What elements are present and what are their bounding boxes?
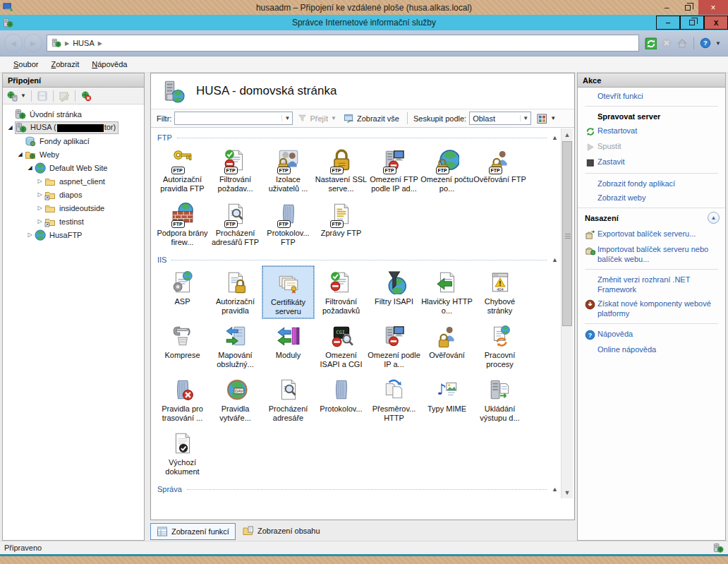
feature-zpravy-ftp[interactable]: FTPZprávy FTP <box>315 197 368 251</box>
collapsed-icon[interactable]: ▷ <box>35 191 44 198</box>
feature-pracovni-procesy[interactable]: Pracovní procesy <box>473 319 526 373</box>
feature-nastaveni-ssl-serve[interactable]: FTPNastavení SSL serve... <box>315 143 368 197</box>
forward-icon[interactable]: ► <box>24 34 42 52</box>
tree-item-husaftp[interactable]: ▷HusaFTP <box>3 228 144 241</box>
tab-zobrazeni-funkci[interactable]: Zobrazení funkcí <box>150 523 236 540</box>
feature-prochazeni-adresaru-ftp[interactable]: FTPProcházení adresářů FTP <box>209 197 262 251</box>
feature-pravidla-vytvare[interactable]: DAVPravidla vytváře... <box>209 373 262 426</box>
feature-pravidla-pro-trasovani[interactable]: Pravidla pro trasování ... <box>156 373 209 426</box>
app-minimize-button[interactable]: – <box>656 16 680 30</box>
feature-item[interactable] <box>315 495 368 498</box>
feature-item[interactable] <box>156 495 209 498</box>
disconnect-icon[interactable] <box>80 90 92 102</box>
scroll-down-icon[interactable]: ▼ <box>562 486 573 498</box>
feature-item[interactable] <box>368 495 420 498</box>
collapsed-icon[interactable]: ▷ <box>25 232 35 238</box>
action-zobrazit-weby[interactable]: Zobrazit weby <box>578 191 725 205</box>
feature-autorizacni-pravidla-ftp[interactable]: FTPAutorizační pravidla FTP <box>156 143 209 197</box>
tree-item-aspnet-client[interactable]: ▷aspnet_client <box>3 174 144 188</box>
breadcrumb-root[interactable]: HUSA <box>73 39 95 47</box>
feature-overovani[interactable]: Ověřování <box>420 319 473 373</box>
rdp-close-button[interactable]: × <box>698 0 728 15</box>
feature-prochazeni-adresare[interactable]: Procházení adresáře <box>262 373 315 426</box>
feature-podpora-brany-firew[interactable]: FTPPodpora brány firew... <box>156 197 209 251</box>
feature-hlavicky-http-o[interactable]: Hlavičky HTTP o... <box>420 265 473 319</box>
tree-item-husa[interactable]: ◢HUSA (tor) <box>3 121 144 134</box>
tree-item-diapos[interactable]: ▷diapos <box>3 188 144 201</box>
collapse-icon[interactable]: ▲ <box>708 212 720 224</box>
rdp-minimize-button[interactable]: – <box>656 0 677 15</box>
action-restartovat[interactable]: Restartovat <box>578 124 725 139</box>
vertical-scrollbar[interactable]: ▲ ▼ <box>561 128 573 498</box>
feature-typy-mime[interactable]: ♪Typy MIME <box>420 373 473 426</box>
action-otevrit-funkci[interactable]: Otevřít funkci <box>578 89 725 103</box>
app-close-button[interactable]: x <box>704 16 728 30</box>
connect-dropdown-icon[interactable]: ▼ <box>20 92 26 99</box>
collapsed-icon[interactable]: ▷ <box>35 178 44 184</box>
scrollbar-thumb[interactable] <box>562 141 572 326</box>
feature-omezeni-ftp-podle-ip-ad[interactable]: FTPOmezení FTP podle IP ad... <box>368 143 420 197</box>
menu-zobrazit[interactable]: Zobrazit <box>44 58 85 71</box>
action-zobrazit-fondy-aplikaci[interactable]: Zobrazit fondy aplikací <box>578 176 725 191</box>
action-ziskat-nove-komponenty-webove-platformy[interactable]: Získat nové komponenty webové platformy <box>578 296 725 320</box>
menu-soubor[interactable]: Soubor <box>7 58 44 71</box>
filter-input[interactable]: ▼ <box>174 112 293 125</box>
feature-overovani-ftp[interactable]: FTPOvěřování FTP <box>473 143 526 197</box>
tree-item-fondy-aplikaci[interactable]: Fondy aplikací <box>3 134 144 148</box>
feature-filtry-isapi[interactable]: Filtry ISAPI <box>368 265 420 319</box>
feature-item[interactable] <box>262 495 315 498</box>
action-exportovat-balicek-serveru[interactable]: Exportovat balíček serveru... <box>578 227 725 242</box>
connect-server-icon[interactable] <box>6 90 18 102</box>
section-collapse-icon[interactable]: ▲ <box>552 134 558 141</box>
feature-omezeni-podle-ip-a[interactable]: Omezení podle IP a... <box>368 319 420 373</box>
collapsed-icon[interactable]: ▷ <box>35 218 44 224</box>
feature-protokolov-ftp[interactable]: FTPProtokolov... FTP <box>262 197 315 251</box>
expanded-icon[interactable]: ◢ <box>16 151 25 157</box>
feature-item[interactable] <box>209 495 262 498</box>
refresh-icon[interactable] <box>645 37 657 49</box>
feature-autorizacni-pravidla[interactable]: Autorizační pravidla <box>209 265 262 319</box>
feature-ukladani-vystupu-d[interactable]: Ukládání výstupu d... <box>473 373 526 426</box>
tree-selected-node[interactable]: HUSA (tor) <box>15 121 119 134</box>
help-dropdown-icon[interactable]: ▼ <box>715 40 721 47</box>
tab-zobrazeni-obsahu[interactable]: Zobrazení obsahu <box>237 523 326 539</box>
feature-asp[interactable]: ASP <box>156 265 209 319</box>
feature-chybove-stranky[interactable]: 404Chybové stránky <box>473 265 526 319</box>
collapsed-icon[interactable]: ▷ <box>35 205 44 211</box>
chevron-down-icon[interactable]: ▼ <box>520 115 530 121</box>
action-zmenit-verzi-rozhrani-net-framework[interactable]: Změnit verzi rozhraní .NET Framework <box>578 272 725 296</box>
breadcrumb[interactable]: ▶ HUSA ▶ <box>47 35 639 52</box>
expanded-icon[interactable]: ◢ <box>6 124 15 131</box>
action-napoveda[interactable]: ?Nápověda <box>578 327 725 342</box>
tree-item-default-web-site[interactable]: ◢Default Web Site <box>3 161 144 174</box>
tree-item-testinst[interactable]: ▷testinst <box>3 215 144 228</box>
feature-filtrovani-pozadavku[interactable]: Filtrování požadavků <box>315 265 368 319</box>
feature-mapovani-obsluzny[interactable]: Mapování obslužný... <box>209 319 262 373</box>
show-all-button[interactable]: Zobrazit vše <box>341 112 401 125</box>
action-importovat-balicek-serveru-nebo-balicek-webu[interactable]: Importovat balíček serveru nebo balíček … <box>578 242 725 266</box>
scroll-up-icon[interactable]: ▲ <box>562 128 573 140</box>
tree-item-uvodni-stranka[interactable]: Úvodní stránka <box>3 107 144 121</box>
feature-moduly[interactable]: Moduly <box>262 319 315 373</box>
feature-filtrovani-pozadav[interactable]: FTPFiltrování požadav... <box>209 143 262 197</box>
expanded-icon[interactable]: ◢ <box>25 164 35 171</box>
tree-item-insideoutside[interactable]: ▷insideoutside <box>3 201 144 215</box>
feature-item[interactable] <box>420 495 473 498</box>
feature-izolace-uzivatelu[interactable]: FTPIzolace uživatelů ... <box>262 143 315 197</box>
action-zastavit[interactable]: Zastavit <box>578 155 725 170</box>
feature-protokolov[interactable]: Protokolov... <box>315 373 368 426</box>
chevron-down-icon[interactable]: ▼ <box>281 115 292 121</box>
feature-omezeni-isapi-a-cgi[interactable]: CGIOmezení ISAPI a CGI <box>315 319 368 373</box>
back-icon[interactable]: ◄ <box>4 34 23 52</box>
feature-certifikaty-serveru[interactable]: Certifikáty serveru <box>262 265 315 319</box>
section-collapse-icon[interactable]: ▲ <box>552 256 558 263</box>
group-by-select[interactable]: Oblast▼ <box>469 112 531 125</box>
tree-item-weby[interactable]: ◢Weby <box>3 148 144 161</box>
chevron-right-icon[interactable]: ▶ <box>98 40 102 47</box>
view-mode-button[interactable]: ▼ <box>534 112 558 126</box>
feature-omezeni-poctu-po[interactable]: FTPOmezení počtu po... <box>420 143 473 197</box>
feature-item[interactable] <box>473 495 526 498</box>
menu-napoveda[interactable]: Nápověda <box>85 58 133 71</box>
feature-vychozi-dokument[interactable]: Výchozí dokument <box>156 426 209 480</box>
action-online-napoveda[interactable]: Online nápověda <box>578 342 725 356</box>
